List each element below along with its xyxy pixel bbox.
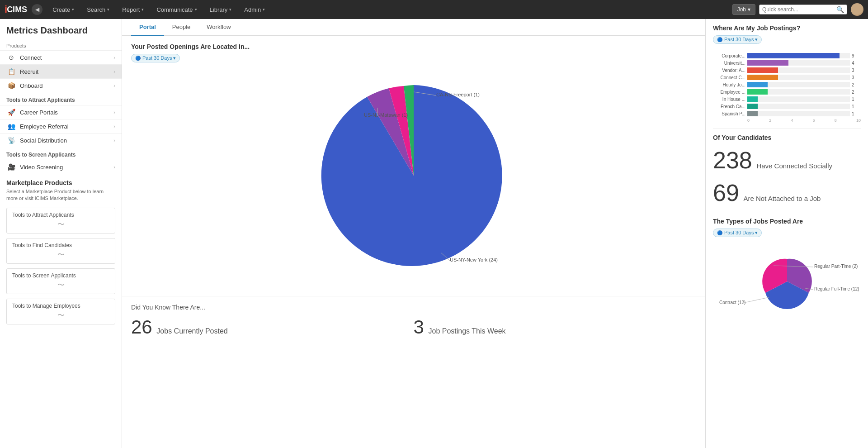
nav-item-admin[interactable]: Admin ▾ [238,0,271,19]
sidebar-item-employee-referral[interactable]: 👥 Employee Referral › [0,119,122,133]
divider [713,128,861,129]
sidebar-item-video-screening[interactable]: 🎥 Video Screening › [0,160,122,174]
bar-value: 3 [852,68,861,73]
onboard-icon: 📦 [6,82,16,89]
types-pie-chart: Regular Part-Time (2) Regular Full-Time … [713,245,861,318]
search-input[interactable] [762,6,835,13]
marketplace-btn-label: Tools to Manage Employees [12,303,109,309]
career-portals-icon: 🚀 [6,109,16,116]
sidebar-section-products: Products [0,39,122,50]
stats-row: 26 Jobs Currently Posted 3 Job Postings … [131,316,696,338]
not-attached-stat: 69 Are Not Attached to a Job [713,179,861,206]
top-navigation: iCIMS ◀ Create ▾ Search ▾ Report ▾ Commu… [0,0,868,19]
sidebar-item-career-portals[interactable]: 🚀 Career Portals › [0,105,122,119]
chevron-down-icon: ▾ [748,6,750,13]
bar-fill [747,67,778,73]
location-pie-chart: CA-NB-Freeport (1) US-NJ-Matawan (1) US-… [131,67,696,289]
chevron-right-icon: › [113,83,115,88]
stat-number: 26 [131,316,152,338]
center-panel: Portal People Workflow Your Posted Openi… [122,19,705,448]
bar-row-corporate: Corporate... 9 [713,53,861,58]
sidebar-item-label: Social Distribution [20,137,113,144]
sidebar-item-onboard[interactable]: 📦 Onboard › [0,78,122,92]
stat-jobs-posted: 26 Jobs Currently Posted [131,316,414,338]
search-icon[interactable]: 🔍 [836,6,844,13]
chevron-down-icon: 〜 [57,220,65,229]
chevron-down-icon: ▾ [142,7,144,12]
employee-referral-icon: 👥 [6,123,16,130]
map-section: Your Posted Openings Are Located In... 🔵… [122,36,705,296]
tab-portal[interactable]: Portal [131,19,164,36]
sidebar-item-recruit[interactable]: 📋 Recruit › [0,64,122,78]
marketplace-title: Marketplace Products [6,179,115,186]
bar-label: Spanish P... [713,111,745,116]
nav-item-library[interactable]: Library ▾ [203,0,238,19]
marketplace-attract-btn[interactable]: Tools to Attract Applicants 〜 [6,208,115,234]
pie-label-nj: US-NJ-Matawan (1) [364,112,408,118]
bar-value: 2 [852,82,861,87]
bar-row-employee: Employee ... 2 [713,89,861,95]
marketplace-find-btn[interactable]: Tools to Find Candidates 〜 [6,238,115,264]
bar-row-french: French Ca... 1 [713,104,861,109]
sidebar-item-social-distribution[interactable]: 📡 Social Distribution › [0,133,122,147]
types-filter[interactable]: 🔵 Past 30 Days ▾ [713,229,762,237]
not-attached-number: 69 [713,180,739,206]
nav-item-communicate[interactable]: Communicate ▾ [150,0,203,19]
sidebar-item-label: Connect [20,54,113,61]
bar-row-university: Universit... 4 [713,60,861,66]
sidebar-item-label: Onboard [20,82,113,89]
types-title: The Types of Jobs Posted Are [713,218,861,225]
sidebar-item-label: Recruit [20,68,113,75]
chevron-down-icon: ▾ [107,7,109,12]
sidebar-item-label: Employee Referral [20,123,113,130]
bar-label: In House ... [713,97,745,102]
connector-line [742,297,769,303]
connected-number: 238 [713,147,752,173]
social-distribution-icon: 📡 [6,137,16,144]
bar-label: Corporate... [713,53,745,58]
map-title: Your Posted Openings Are Located In... [131,43,696,50]
tab-workflow[interactable]: Workflow [198,19,239,36]
bar-label: Connect C... [713,75,745,80]
bar-value: 4 [852,61,861,66]
nav-item-create[interactable]: Create ▾ [46,0,80,19]
bar-row-connect: Connect C... 3 [713,75,861,80]
nav-item-search[interactable]: Search ▾ [80,0,116,19]
tab-people[interactable]: People [164,19,198,36]
bar-chart: Corporate... 9 Universit... 4 Vendor: A.… [713,53,861,123]
bar-value: 3 [852,75,861,80]
nav-back-button[interactable]: ◀ [32,4,42,15]
marketplace-screen-btn[interactable]: Tools to Screen Applicants 〜 [6,268,115,294]
pie-chart-svg: CA-NB-Freeport (1) US-NJ-Matawan (1) US-… [305,71,522,280]
bar-fill [747,60,788,66]
nav-menu: Create ▾ Search ▾ Report ▾ Communicate ▾… [46,0,732,19]
postings-filter[interactable]: 🔵 Past 30 Days ▾ [713,35,762,44]
stat-postings-week: 3 Job Postings This Week [414,316,696,338]
sidebar-item-label: Career Portals [20,109,113,116]
map-filter[interactable]: 🔵 Past 30 Days ▾ [131,54,180,62]
sidebar-item-connect[interactable]: ⊙ Connect › [0,50,122,64]
bar-label: French Ca... [713,104,745,109]
nav-right-section: Job ▾ 🔍 [732,3,863,16]
bar-fill [747,89,768,95]
marketplace-manage-btn[interactable]: Tools to Manage Employees 〜 [6,299,115,324]
page-title: Metrics Dashboard [0,19,122,39]
bar-label: Vendor: A... [713,68,745,73]
bar-value: 1 [852,97,861,102]
types-pie-svg: Regular Part-Time (2) Regular Full-Time … [715,245,859,318]
marketplace-btn-label: Tools to Screen Applicants [12,272,109,279]
bar-value: 9 [852,53,861,58]
nav-item-report[interactable]: Report ▾ [116,0,150,19]
bar-track [747,53,850,58]
job-button[interactable]: Job ▾ [732,4,755,15]
marketplace-btn-label: Tools to Attract Applicants [12,212,109,218]
bar-row-spanish: Spanish P... 1 [713,111,861,116]
avatar[interactable] [851,3,863,16]
filter-icon: 🔵 [717,37,722,42]
bar-track [747,67,850,73]
recruit-icon: 📋 [6,68,16,75]
chevron-down-icon: 〜 [57,311,65,320]
divider [713,212,861,212]
legend-fulltime: Regular Full-Time (12) [814,286,859,291]
bar-row-inhouse: In House ... 1 [713,96,861,102]
